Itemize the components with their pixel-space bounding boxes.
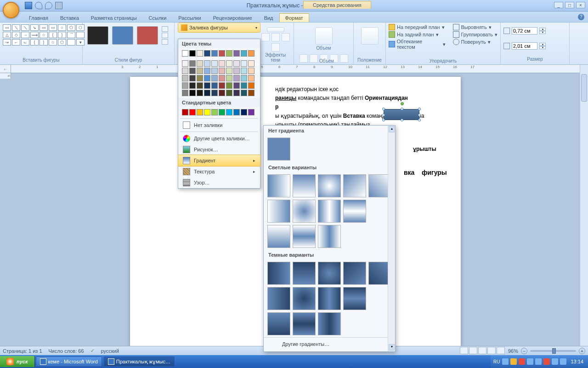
color-swatch[interactable] [219,75,225,81]
more-colors-item[interactable]: Другие цвета заливки… [178,133,260,144]
color-swatch[interactable] [219,109,225,115]
tray-icons[interactable] [502,358,566,365]
qat-save-icon[interactable] [25,2,32,9]
no-gradient-swatch[interactable] [267,138,290,161]
color-swatch[interactable] [226,109,232,115]
color-swatch[interactable] [182,68,188,74]
color-swatch[interactable] [233,50,240,57]
gradient-swatch[interactable] [343,174,366,197]
gradient-swatch[interactable] [318,287,341,310]
color-swatch[interactable] [241,68,247,74]
color-swatch[interactable] [182,50,188,57]
color-swatch[interactable] [189,109,196,115]
position-icon[interactable] [361,27,379,45]
tab-mailings[interactable]: Рассылки [172,13,207,22]
qat-print-icon[interactable] [55,2,62,9]
start-button[interactable]: пуск [0,356,35,367]
gradient-swatch[interactable] [318,200,341,223]
color-swatch[interactable] [197,50,203,57]
scrollbar-thumb[interactable] [581,74,587,102]
gradient-swatch[interactable] [293,287,316,310]
color-swatch[interactable] [248,68,254,74]
color-swatch[interactable] [197,109,203,115]
more-gradients-item[interactable]: Другие градиенты… [264,337,395,351]
spin-up-icon[interactable]: ▴ [539,28,546,31]
color-swatch[interactable] [211,109,218,115]
shadow-effects-icon[interactable] [267,27,284,32]
color-swatch[interactable] [241,50,247,57]
resize-handle[interactable] [418,114,421,116]
color-swatch[interactable] [211,75,218,81]
shapes-gallery[interactable]: ▭＼＼↘▭▭○⬠⬡ △◇→⟶☆{}⌒ ↝⌐⌙{}☆⬠▾ [3,24,79,46]
color-swatch[interactable] [226,82,232,89]
color-swatch[interactable] [233,60,240,67]
color-swatch[interactable] [197,75,203,81]
zoom-slider[interactable] [530,350,576,352]
color-swatch[interactable] [248,109,254,115]
submenu-scrollbar[interactable]: ▴▾ [388,126,395,351]
shadow-nudge-icon[interactable] [282,33,290,41]
qat-redo-icon[interactable] [45,2,52,9]
zoom-out-button[interactable]: − [521,348,527,354]
color-swatch[interactable] [241,60,247,67]
zoom-level[interactable]: 96% [508,348,518,354]
tab-references[interactable]: Ссылки [143,13,173,22]
selected-rectangle-shape[interactable] [384,109,419,120]
color-swatch[interactable] [219,68,225,74]
horizontal-ruler[interactable]: 3211234567891011121314151617 [11,65,580,73]
gallery-more-icon[interactable] [162,39,168,45]
text-wrap-button[interactable]: Обтекание текстом ▾ [389,38,446,50]
color-swatch[interactable] [241,82,247,89]
shadow-nudge-icon[interactable] [261,33,270,41]
office-button[interactable] [3,2,19,18]
tab-format[interactable]: Формат [279,13,309,22]
color-swatch[interactable] [204,109,210,115]
color-swatch[interactable] [211,68,218,74]
gradient-swatch[interactable] [293,312,316,335]
color-swatch[interactable] [241,75,247,81]
gradient-swatch[interactable] [293,262,316,285]
color-swatch[interactable] [204,90,210,96]
spin-down-icon[interactable]: ▾ [539,31,546,34]
pattern-fill-item[interactable]: Узор… [178,177,260,188]
picture-fill-item[interactable]: Рисунок… [178,144,260,155]
color-swatch[interactable] [197,82,203,89]
color-swatch[interactable] [219,90,225,96]
color-swatch[interactable] [182,60,188,67]
view-buttons[interactable] [459,347,505,355]
gallery-down-icon[interactable] [162,33,168,38]
color-swatch[interactable] [248,82,254,89]
style-swatch-3[interactable] [137,26,158,45]
width-input[interactable] [512,42,537,50]
status-spellcheck-icon[interactable]: ✓ [90,348,95,354]
vertical-ruler[interactable]: 112345 [0,73,11,79]
group-button[interactable]: Группировать ▾ [453,31,498,38]
gallery-up-icon[interactable] [162,26,168,32]
color-swatch[interactable] [219,60,225,67]
color-swatch[interactable] [204,75,210,81]
no-fill-item[interactable]: Нет заливки [178,120,260,131]
close-button[interactable]: × [576,2,585,8]
shadow-nudge-icon[interactable] [271,43,280,52]
color-swatch[interactable] [226,60,232,67]
resize-handle[interactable] [382,119,385,121]
color-swatch[interactable] [189,90,196,96]
gradient-swatch[interactable] [343,200,366,223]
gradient-swatch[interactable] [343,287,366,310]
gradient-fill-item[interactable]: Градиент▸ [178,155,260,167]
gradient-swatch[interactable] [318,225,341,248]
zoom-slider-knob[interactable] [552,348,556,354]
color-swatch[interactable] [226,50,232,57]
gradient-swatch[interactable] [343,262,366,285]
resize-handle[interactable] [418,119,421,121]
color-swatch[interactable] [197,60,203,67]
color-swatch[interactable] [219,50,225,57]
gradient-swatch[interactable] [267,225,290,248]
color-swatch[interactable] [211,82,218,89]
status-word-count[interactable]: Число слов: 66 [49,348,84,354]
tray-language[interactable]: RU [493,359,500,364]
color-swatch[interactable] [204,60,210,67]
gradient-swatch[interactable] [267,200,290,223]
color-swatch[interactable] [204,68,210,74]
gradient-swatch[interactable] [293,225,316,248]
